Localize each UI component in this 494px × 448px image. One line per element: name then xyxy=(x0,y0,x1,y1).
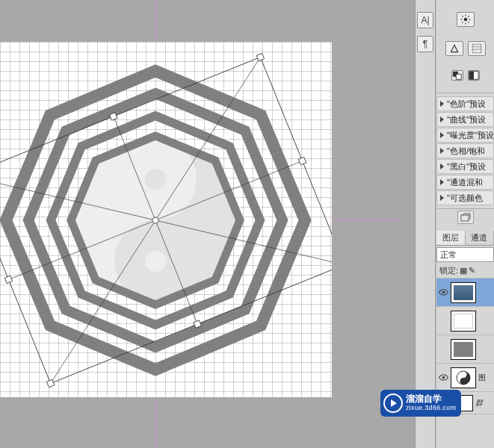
preset-levels[interactable]: "色阶"预设 xyxy=(436,96,494,111)
svg-rect-16 xyxy=(298,157,306,164)
paragraph-panel-icon[interactable]: ¶ xyxy=(417,36,433,52)
lock-row: 锁定: ▦ ✎ xyxy=(436,264,494,279)
chevron-right-icon xyxy=(440,195,444,201)
artwork xyxy=(0,42,332,397)
preset-channelmix[interactable]: "通道混和 xyxy=(436,175,494,190)
layer-name: 群 xyxy=(475,398,483,408)
preset-huesat[interactable]: "色相/饱和 xyxy=(436,143,494,158)
swatch-half-icon[interactable] xyxy=(468,70,480,81)
watermark-title: 溜溜自学 xyxy=(406,394,456,404)
tab-channels[interactable]: 通道 xyxy=(466,231,495,245)
layer-row[interactable] xyxy=(436,307,494,335)
lock-transparent-icon[interactable]: ▦ xyxy=(460,266,467,276)
play-icon xyxy=(383,393,403,413)
tab-layers[interactable]: 图层 xyxy=(436,231,466,245)
svg-line-26 xyxy=(462,16,463,16)
chevron-right-icon xyxy=(440,164,444,169)
svg-line-27 xyxy=(468,22,469,22)
svg-point-40 xyxy=(442,376,444,379)
svg-rect-15 xyxy=(4,276,12,283)
svg-rect-37 xyxy=(469,72,473,80)
character-panel-icon[interactable]: A| xyxy=(417,12,433,28)
layer-row[interactable] xyxy=(436,335,494,364)
swatch-small-icon[interactable] xyxy=(451,70,463,81)
visibility-empty[interactable] xyxy=(438,316,448,326)
visibility-eye-icon[interactable] xyxy=(438,373,448,383)
svg-point-1 xyxy=(145,169,166,190)
preset-curves[interactable]: "曲线"预设 xyxy=(436,112,494,127)
canvas-area[interactable] xyxy=(0,0,415,448)
layer-thumb xyxy=(451,339,476,360)
collapsed-panel-strip: A| ¶ xyxy=(415,0,436,448)
watermark-badge: 溜溜自学 zixue.3d66.com xyxy=(380,390,461,417)
new-adjustment-icon[interactable] xyxy=(457,211,474,224)
preset-selectivecolor[interactable]: "可选颜色 xyxy=(436,190,494,205)
presets-list: "色阶"预设 "曲线"预设 "曝光度"预设 "色相/饱和 "黑白"预设 "通道混… xyxy=(436,93,494,209)
blend-mode-select[interactable]: 正常 xyxy=(436,247,494,262)
document[interactable] xyxy=(0,42,332,397)
layer-thumb xyxy=(451,282,476,303)
svg-point-21 xyxy=(463,17,467,21)
chevron-right-icon xyxy=(440,132,444,138)
layer-name: 图 xyxy=(478,373,486,383)
visibility-empty[interactable] xyxy=(438,344,448,355)
brightness-icon[interactable] xyxy=(457,12,475,27)
svg-point-2 xyxy=(145,251,166,272)
svg-rect-38 xyxy=(461,215,469,221)
visibility-eye-icon[interactable] xyxy=(438,287,448,298)
svg-rect-17 xyxy=(46,379,54,387)
layer-row[interactable]: 图 xyxy=(436,364,494,392)
svg-point-39 xyxy=(442,291,444,293)
adjustments-panel xyxy=(436,0,494,93)
svg-marker-30 xyxy=(451,45,457,52)
layer-thumb xyxy=(451,311,476,332)
chevron-right-icon xyxy=(440,148,444,154)
preset-bw[interactable]: "黑白"预设 xyxy=(436,159,494,174)
svg-line-29 xyxy=(468,16,469,16)
svg-rect-31 xyxy=(472,44,481,53)
svg-rect-35 xyxy=(456,75,461,80)
chevron-right-icon xyxy=(440,116,444,122)
curves-icon[interactable] xyxy=(468,41,486,56)
layer-row[interactable] xyxy=(436,279,494,307)
chevron-right-icon xyxy=(440,101,444,107)
watermark-url: zixue.3d66.com xyxy=(406,405,456,412)
preset-exposure[interactable]: "曝光度"预设 xyxy=(436,128,494,143)
svg-rect-14 xyxy=(256,53,264,60)
svg-line-28 xyxy=(462,22,463,22)
lock-brush-icon[interactable]: ✎ xyxy=(469,266,475,276)
chevron-right-icon xyxy=(440,179,444,185)
layer-thumb xyxy=(451,367,476,388)
lock-label: 锁定: xyxy=(439,265,458,276)
levels-icon[interactable] xyxy=(445,41,463,56)
